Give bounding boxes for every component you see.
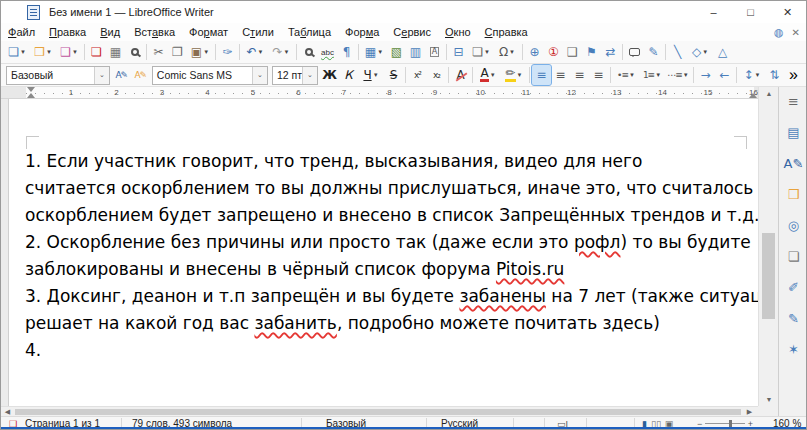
insert-image-button[interactable]: ▧ bbox=[387, 42, 406, 62]
vertical-scrollbar[interactable]: ▲ ▼ bbox=[758, 87, 778, 406]
find-replace-button[interactable] bbox=[299, 42, 318, 62]
chevron-down-icon[interactable]: ⌄ bbox=[252, 67, 267, 84]
dropdown-arrow-icon[interactable]: ▼ bbox=[517, 72, 523, 78]
underline-button[interactable]: Ч▼ bbox=[358, 65, 384, 85]
horizontal-scrollbar-thumb[interactable] bbox=[15, 409, 741, 415]
zoom-slider-track[interactable] bbox=[705, 423, 744, 424]
menu-table[interactable]: Таблица bbox=[281, 24, 338, 40]
export-pdf-button[interactable]: ❏ bbox=[87, 42, 106, 62]
text-line[interactable]: решает на какой год вас забанить, подроб… bbox=[25, 313, 754, 340]
maximize-button[interactable]: □ bbox=[732, 1, 769, 23]
menu-styles[interactable]: Стили bbox=[235, 24, 281, 40]
track-changes-button[interactable]: ✎ bbox=[644, 42, 663, 62]
insert-text-box-button[interactable]: A bbox=[425, 42, 444, 62]
style-inspector-tab[interactable]: ✐ bbox=[782, 275, 806, 299]
open-button[interactable]: ❒▼ bbox=[30, 42, 56, 62]
insert-chart-button[interactable]: ▥ bbox=[406, 42, 425, 62]
document-text[interactable]: 1. Если участник говорит, что тренд, выс… bbox=[25, 151, 754, 367]
styles-tab[interactable]: A✎ bbox=[782, 151, 806, 175]
font-size-combobox[interactable]: 12 пт ⌄ bbox=[272, 66, 318, 85]
insert-table-button[interactable]: ▦▼ bbox=[361, 42, 387, 62]
dropdown-arrow-icon[interactable]: ▼ bbox=[490, 72, 496, 78]
accessibility-check-tab[interactable]: ✶ bbox=[782, 337, 806, 361]
new-style-button[interactable]: A✎ bbox=[131, 65, 150, 85]
save-button[interactable]: ❑▼ bbox=[56, 42, 82, 62]
basic-shapes-button[interactable]: ◇▼ bbox=[687, 42, 713, 62]
dropdown-arrow-icon[interactable]: ▼ bbox=[46, 49, 52, 55]
insert-special-character-button[interactable]: Ω▼ bbox=[494, 42, 520, 62]
font-color-button[interactable]: A▼ bbox=[475, 65, 501, 85]
text-line[interactable]: 2. Оскорбление без причины или просто та… bbox=[25, 232, 754, 259]
dropdown-arrow-icon[interactable]: ▼ bbox=[509, 49, 515, 55]
dropdown-arrow-icon[interactable]: ▼ bbox=[258, 49, 264, 55]
freeform-shape-button[interactable]: △ bbox=[713, 42, 732, 62]
menu-file[interactable]: Файл bbox=[1, 24, 42, 40]
dropdown-arrow-icon[interactable]: ▼ bbox=[72, 49, 78, 55]
align-justify-button[interactable]: ≡ bbox=[589, 65, 608, 85]
print-button[interactable]: ▦ bbox=[106, 42, 125, 62]
paragraph-spacing-button[interactable]: ⇅ bbox=[765, 65, 784, 85]
superscript-button[interactable]: x² bbox=[408, 65, 427, 85]
line-spacing-button[interactable]: ↕▼ bbox=[739, 65, 765, 85]
subscript-button[interactable]: x₂ bbox=[427, 65, 446, 85]
insert-hyperlink-button[interactable]: ⊕ bbox=[525, 42, 544, 62]
clone-formatting-button[interactable]: ✑ bbox=[218, 42, 237, 62]
menu-insert[interactable]: Вставка bbox=[127, 24, 182, 40]
minimize-button[interactable]: – bbox=[695, 1, 732, 23]
menu-format[interactable]: Формат bbox=[182, 24, 235, 40]
menu-tools[interactable]: Сервис bbox=[386, 24, 438, 40]
text-line[interactable]: оскорблением будет запрещено и внесено в… bbox=[25, 205, 754, 232]
close-button[interactable]: ✕ bbox=[769, 1, 806, 23]
navigator-tab[interactable]: ◎ bbox=[782, 213, 806, 237]
insert-cross-reference-button[interactable]: ⇄ bbox=[601, 42, 620, 62]
paste-button[interactable]: ▣▼ bbox=[187, 42, 213, 62]
align-right-button[interactable]: ≡ bbox=[570, 65, 589, 85]
font-name-combobox[interactable]: Comic Sans MS ⌄ bbox=[152, 66, 268, 85]
print-preview-button[interactable] bbox=[125, 42, 144, 62]
insert-field-button[interactable]: ❏▼ bbox=[468, 42, 494, 62]
update-available-icon[interactable]: ◍ bbox=[774, 26, 784, 39]
insert-comment-button[interactable] bbox=[625, 42, 644, 62]
insert-page-break-button[interactable]: ⊟ bbox=[449, 42, 468, 62]
gallery-tab[interactable]: ❒ bbox=[782, 182, 806, 206]
dropdown-arrow-icon[interactable]: ▼ bbox=[20, 49, 26, 55]
align-center-button[interactable]: ≡ bbox=[551, 65, 570, 85]
dropdown-arrow-icon[interactable]: ▼ bbox=[203, 49, 209, 55]
menu-window[interactable]: Окно bbox=[438, 24, 478, 40]
dropdown-arrow-icon[interactable]: ▼ bbox=[683, 72, 689, 78]
bold-button[interactable]: Ж bbox=[320, 65, 339, 85]
increase-indent-button[interactable]: → bbox=[696, 65, 715, 85]
insert-bookmark-button[interactable]: ⚑ bbox=[582, 42, 601, 62]
insert-footnote-button[interactable]: ① bbox=[544, 42, 563, 62]
copy-button[interactable]: ❐ bbox=[168, 42, 187, 62]
dropdown-arrow-icon[interactable]: ▼ bbox=[284, 49, 290, 55]
right-indent-marker[interactable] bbox=[749, 93, 757, 98]
italic-button[interactable]: К bbox=[339, 65, 358, 85]
formatting-marks-button[interactable]: ¶ bbox=[337, 42, 356, 62]
text-line[interactable]: 1. Если участник говорит, что тренд, выс… bbox=[25, 151, 754, 178]
redo-button[interactable]: ↷▼ bbox=[268, 42, 294, 62]
dropdown-arrow-icon[interactable]: ▼ bbox=[629, 72, 635, 78]
insert-line-button[interactable]: ╲ bbox=[668, 42, 687, 62]
undo-button[interactable]: ↶▼ bbox=[242, 42, 268, 62]
chevron-down-icon[interactable]: ⌄ bbox=[302, 67, 317, 84]
page-tab[interactable]: ❏ bbox=[782, 244, 806, 268]
document-page[interactable]: 1. Если участник говорит, что тренд, выс… bbox=[8, 99, 758, 406]
new-document-button[interactable]: ❏▼ bbox=[4, 42, 30, 62]
toolbar-more-button[interactable]: » bbox=[784, 65, 803, 85]
spelling-button[interactable]: abc bbox=[318, 42, 337, 62]
manage-changes-tab[interactable]: ✎ bbox=[782, 306, 806, 330]
first-line-indent-marker[interactable] bbox=[27, 87, 35, 92]
clear-formatting-button[interactable]: A bbox=[451, 65, 470, 85]
dropdown-arrow-icon[interactable]: ▼ bbox=[702, 49, 708, 55]
dropdown-arrow-icon[interactable]: ▼ bbox=[484, 49, 490, 55]
left-indent-marker[interactable] bbox=[27, 93, 35, 98]
highlight-color-button[interactable]: ✏▼ bbox=[501, 65, 527, 85]
scroll-down-icon[interactable]: ▼ bbox=[759, 393, 779, 406]
dropdown-arrow-icon[interactable]: ▼ bbox=[755, 72, 761, 78]
vertical-scrollbar-thumb[interactable] bbox=[762, 233, 775, 319]
text-line[interactable]: 3. Доксинг, деанон и т.п запрещён и вы б… bbox=[25, 286, 754, 313]
menu-help[interactable]: Справка bbox=[478, 24, 535, 40]
chevron-down-icon[interactable]: ⌄ bbox=[94, 67, 109, 84]
sidebar-settings-tab[interactable]: ≡ bbox=[782, 89, 806, 113]
